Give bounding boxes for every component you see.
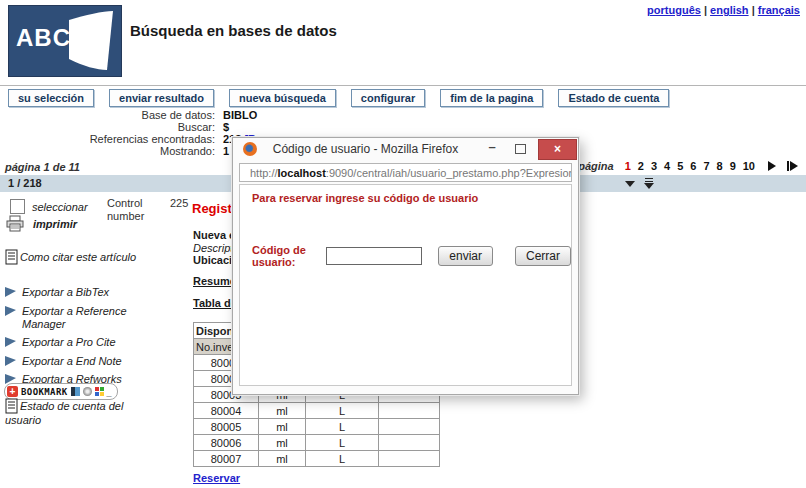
search-label: Buscar: xyxy=(0,121,215,133)
page-link-9[interactable]: 9 xyxy=(730,160,736,172)
lang-separator: | xyxy=(752,4,755,16)
windows-live-icon[interactable] xyxy=(95,387,104,396)
export-arrow-icon[interactable] xyxy=(5,337,16,347)
lang-portugues[interactable]: português xyxy=(647,4,701,16)
enviar-button[interactable]: enviar xyxy=(438,246,493,266)
url-path: :9090/central/iah/usuario_prestamo.php?E… xyxy=(326,167,572,179)
database-row: Base de datos: BIBLO xyxy=(0,109,806,121)
cerrar-button[interactable]: Cerrar xyxy=(515,246,571,266)
page-link-3[interactable]: 3 xyxy=(651,160,657,172)
abcd-logo: ABCD xyxy=(8,5,122,77)
language-switcher: português | english | français xyxy=(647,4,800,16)
cite-article-link[interactable]: Como citar este artículo xyxy=(5,249,137,265)
table-row: 80006 ml L xyxy=(194,435,440,451)
page: ABCD Búsqueda en bases de datos portuguê… xyxy=(0,0,806,488)
user-code-form: Código de usuario: enviar Cerrar xyxy=(252,244,571,268)
print-label: imprimir xyxy=(33,218,77,230)
record-position: 1 / 218 xyxy=(8,177,42,189)
firefox-icon xyxy=(243,142,257,156)
user-code-label: Código de usuario: xyxy=(252,244,321,268)
user-code-input[interactable] xyxy=(326,247,422,265)
bookmark-more-icon[interactable]: _ xyxy=(107,387,112,397)
configurar-button[interactable]: configurar xyxy=(351,89,425,107)
document-icon[interactable] xyxy=(5,398,18,414)
search-row: Buscar: $ xyxy=(0,121,806,133)
url-scheme: http:// xyxy=(250,167,278,179)
select-record-checkbox[interactable] xyxy=(10,199,25,214)
header-divider xyxy=(0,85,806,86)
account-status-label: Estado de cuenta del usuario xyxy=(5,400,123,426)
search-value: $ xyxy=(223,121,229,133)
delicious-icon[interactable] xyxy=(71,387,80,396)
page-info: página 1 de 11 xyxy=(5,161,80,173)
reservar-link[interactable]: Reservar xyxy=(193,472,240,484)
goto-page-nav: ir para página 1 2 3 4 5 6 7 8 9 10 xyxy=(541,160,798,172)
enviar-resultado-button[interactable]: enviar resultado xyxy=(109,89,214,107)
collapse-icon[interactable] xyxy=(625,181,635,187)
export-bibtex-link[interactable]: Exportar a BibTex xyxy=(5,286,137,299)
url-host: localhost xyxy=(278,167,326,179)
page-link-6[interactable]: 6 xyxy=(690,160,696,172)
page-title: Búsqueda en bases de datos xyxy=(130,22,337,39)
page-link-1: 1 xyxy=(625,160,631,172)
showing-label: Mostrando: xyxy=(0,145,215,157)
window-title: Código de usuario - Mozilla Firefox xyxy=(263,142,468,156)
nueva-busqueda-button[interactable]: nueva búsqueda xyxy=(229,89,336,107)
logo-text: ABCD xyxy=(16,24,89,52)
sort-icon[interactable] xyxy=(644,178,654,189)
su-seleccion-button[interactable]: su selección xyxy=(8,89,94,107)
table-row: 80005 ml L xyxy=(194,419,440,435)
table-row: 80007 ml L xyxy=(194,451,440,467)
fin-de-pagina-button[interactable]: fim de la pagina xyxy=(440,89,543,107)
references-label: Referencias encontradas: xyxy=(0,133,215,145)
url-bar[interactable]: http://localhost:9090/central/iah/usuari… xyxy=(239,163,572,182)
page-link-10[interactable]: 10 xyxy=(743,160,755,172)
printer-icon[interactable] xyxy=(5,215,25,232)
export-procite-label: Exportar a Pro Cite xyxy=(22,336,116,349)
page-link-7[interactable]: 7 xyxy=(703,160,709,172)
control-number-value: 225 xyxy=(170,197,188,209)
estado-de-cuenta-button[interactable]: Estado de cuenta xyxy=(558,89,669,107)
export-arrow-icon[interactable] xyxy=(5,287,16,297)
popup-content: Para reservar ingrese su código de usuar… xyxy=(239,184,572,386)
next-page-icon[interactable] xyxy=(768,161,776,171)
codigo-usuario-window: Código de usuario - Mozilla Firefox – × … xyxy=(232,137,579,395)
sort-controls xyxy=(625,178,654,189)
export-procite-link[interactable]: Exportar a Pro Cite xyxy=(5,336,137,349)
url-text: http://localhost:9090/central/iah/usuari… xyxy=(250,167,572,179)
document-icon[interactable] xyxy=(5,249,18,265)
export-bibtex-label: Exportar a BibTex xyxy=(22,286,109,299)
toolbar: su selección enviar resultado nueva búsq… xyxy=(8,89,669,107)
table-row: 80004 ml L xyxy=(194,403,440,419)
account-status-link[interactable]: Estado de cuenta del usuario xyxy=(5,398,137,427)
addthis-icon[interactable]: + xyxy=(7,386,18,397)
lang-english[interactable]: english xyxy=(710,4,749,16)
control-number-label: Control number xyxy=(107,197,165,223)
close-button[interactable]: × xyxy=(538,139,577,160)
page-link-2[interactable]: 2 xyxy=(638,160,644,172)
database-label: Base de datos: xyxy=(0,109,215,121)
maximize-button[interactable] xyxy=(515,144,526,154)
reserve-message: Para reservar ingrese su código de usuar… xyxy=(252,192,478,204)
bookmark-label: BOOKMARK xyxy=(21,387,68,397)
last-page-icon[interactable] xyxy=(787,161,798,171)
page-link-4[interactable]: 4 xyxy=(664,160,670,172)
lang-francais[interactable]: français xyxy=(758,4,800,16)
export-arrow-icon[interactable] xyxy=(5,306,16,316)
database-value: BIBLO xyxy=(223,109,257,121)
share-flower-icon[interactable] xyxy=(83,387,92,396)
minimize-button[interactable]: – xyxy=(482,139,502,158)
record-toc-field: Tabla de xyxy=(193,297,237,309)
select-record-label: seleccionar xyxy=(32,201,88,213)
window-titlebar[interactable]: Código de usuario - Mozilla Firefox – × xyxy=(233,138,578,160)
print-link[interactable]: imprimir xyxy=(5,215,77,232)
export-reference-manager-link[interactable]: Exportar a Reference Manager xyxy=(5,305,137,331)
cite-article-label: Como citar este artículo xyxy=(20,251,136,263)
lang-separator: | xyxy=(704,4,707,16)
export-endnote-label: Exportar a End Note xyxy=(22,355,122,368)
page-link-8[interactable]: 8 xyxy=(717,160,723,172)
export-reference-manager-label: Exportar a Reference Manager xyxy=(22,305,137,331)
page-link-5[interactable]: 5 xyxy=(677,160,683,172)
export-arrow-icon[interactable] xyxy=(5,356,16,366)
export-endnote-link[interactable]: Exportar a End Note xyxy=(5,355,137,368)
